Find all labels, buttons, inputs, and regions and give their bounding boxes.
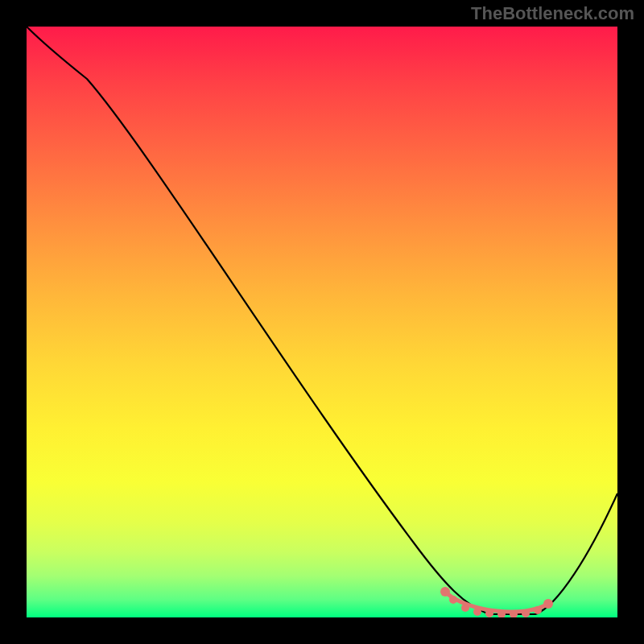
watermark-text: TheBottleneck.com: [471, 3, 634, 24]
chart-svg: [27, 27, 617, 617]
chart-plot-area: [27, 27, 617, 617]
bottleneck-curve-line: [27, 27, 617, 614]
